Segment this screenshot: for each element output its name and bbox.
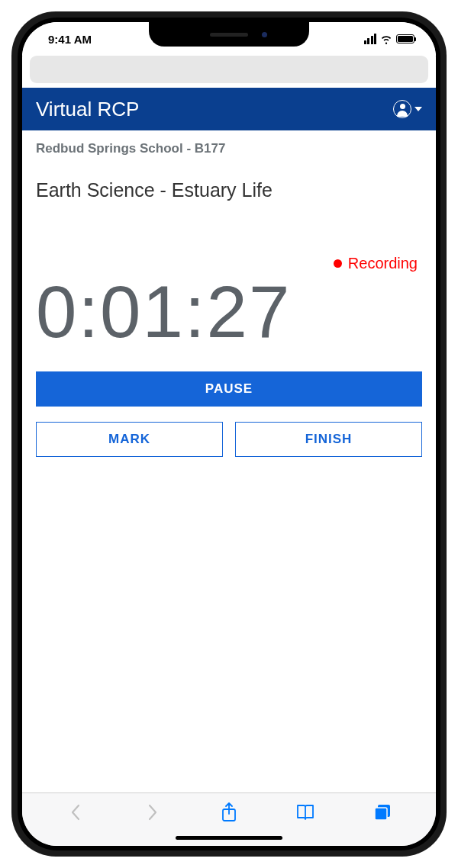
record-dot-icon xyxy=(334,259,342,268)
finish-button[interactable]: FINISH xyxy=(235,422,422,457)
user-menu[interactable] xyxy=(393,100,422,118)
url-bar[interactable] xyxy=(30,56,428,83)
app-title: Virtual RCP xyxy=(36,98,139,121)
course-title: Earth Science - Estuary Life xyxy=(36,179,422,201)
wifi-icon xyxy=(380,34,392,44)
app-header: Virtual RCP xyxy=(22,88,436,130)
chevron-down-icon xyxy=(414,107,422,111)
home-indicator[interactable] xyxy=(176,836,282,840)
breadcrumb: Redbud Springs School - B177 xyxy=(36,141,422,156)
mark-button[interactable]: MARK xyxy=(36,422,223,457)
status-time: 9:41 AM xyxy=(48,33,92,46)
user-icon xyxy=(393,100,411,118)
share-icon[interactable] xyxy=(219,802,239,822)
forward-icon[interactable] xyxy=(143,802,163,822)
back-icon[interactable] xyxy=(66,802,85,822)
battery-icon xyxy=(396,34,414,43)
recording-label: Recording xyxy=(348,255,418,272)
phone-frame: 9:41 AM Virtual RCP Redbud Spri xyxy=(11,11,447,857)
safari-toolbar xyxy=(22,792,436,846)
bookmarks-icon[interactable] xyxy=(295,802,315,822)
timer-display: 0:01:27 xyxy=(36,275,422,349)
svg-rect-2 xyxy=(375,808,387,820)
notch xyxy=(149,22,309,47)
content: Redbud Springs School - B177 Earth Scien… xyxy=(22,130,436,468)
recording-status: Recording xyxy=(36,255,422,272)
signal-icon xyxy=(364,34,377,44)
tabs-icon[interactable] xyxy=(373,802,392,822)
pause-button[interactable]: PAUSE xyxy=(36,371,422,407)
